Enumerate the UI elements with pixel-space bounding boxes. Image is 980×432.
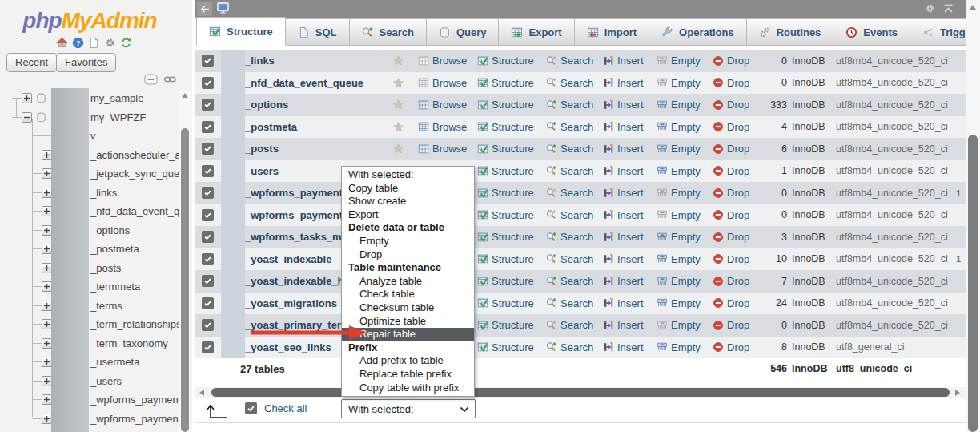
table-name-link[interactable]: _posts (245, 143, 279, 155)
table-name-link[interactable]: _yoast_primary_ter (245, 319, 341, 331)
table-name-link[interactable]: _yoast_seo_links (245, 341, 331, 353)
browse-action[interactable]: Browse (418, 94, 467, 116)
tree-item-v[interactable]: v (0, 127, 179, 146)
structure-action[interactable]: Structure (477, 337, 534, 359)
insert-action[interactable]: Insert (603, 337, 644, 359)
search-action[interactable]: Search (546, 94, 593, 116)
menu-item-export[interactable]: Export (342, 208, 474, 222)
menu-item-empty[interactable]: Empty (342, 235, 474, 248)
row-checkbox[interactable] (202, 165, 214, 177)
row-checkbox[interactable] (202, 275, 214, 287)
table-name-link[interactable]: _users (245, 165, 279, 177)
insert-action[interactable]: Insert (603, 226, 644, 248)
row-checkbox[interactable] (202, 121, 214, 133)
row-checkbox[interactable] (202, 209, 214, 221)
empty-action[interactable]: Empty (657, 182, 701, 204)
menu-item-replace-table-prefix[interactable]: Replace table prefix (342, 368, 474, 382)
empty-action[interactable]: Empty (657, 72, 701, 95)
drop-action[interactable]: Drop (713, 226, 749, 248)
structure-action[interactable]: Structure (477, 248, 534, 271)
scroll-up-arrow-icon[interactable] (970, 5, 976, 10)
favorite-star-icon[interactable] (392, 116, 404, 139)
search-action[interactable]: Search (546, 293, 593, 315)
browse-action[interactable]: Browse (418, 72, 467, 95)
tree-item-_wpforms_payment[interactable]: _wpforms_payment (0, 390, 179, 410)
tree-item-_nfd_data_event_qu[interactable]: _nfd_data_event_qu (0, 202, 179, 221)
search-action[interactable]: Search (546, 116, 593, 139)
back-button[interactable] (197, 2, 212, 16)
row-checkbox[interactable] (202, 55, 214, 67)
tree-item-_jetpack_sync_quer[interactable]: _jetpack_sync_quer (0, 164, 179, 184)
menu-item-copy-table[interactable]: Copy table (342, 182, 474, 196)
drop-action[interactable]: Drop (713, 337, 749, 359)
menu-item-repair-table[interactable]: Repair table (342, 328, 474, 341)
tree-item-_options[interactable]: _options (0, 221, 179, 240)
empty-action[interactable]: Empty (657, 337, 701, 359)
browse-action[interactable]: Browse (418, 50, 467, 72)
search-action[interactable]: Search (546, 248, 593, 271)
tree-item-_terms[interactable]: _terms (0, 297, 179, 316)
tree-item-my_sample[interactable]: my_sample (0, 89, 179, 108)
search-action[interactable]: Search (546, 138, 593, 160)
insert-action[interactable]: Insert (603, 50, 644, 72)
drop-action[interactable]: Drop (713, 248, 749, 271)
tree-item-_term_relationships[interactable]: _term_relationships (0, 315, 179, 334)
search-action[interactable]: Search (546, 226, 593, 248)
tree-item-_users[interactable]: _users (0, 372, 179, 391)
favorite-star-icon[interactable] (392, 50, 404, 72)
tab-events[interactable]: Events (833, 18, 910, 46)
tree-expander-plus-icon[interactable] (22, 93, 32, 103)
tree-item-_links[interactable]: _links (0, 184, 179, 203)
empty-action[interactable]: Empty (657, 314, 701, 337)
browse-action[interactable]: Browse (418, 138, 467, 160)
table-name-link[interactable]: _wpforms_payment (245, 187, 343, 199)
insert-action[interactable]: Insert (603, 72, 644, 95)
tree-item-_wpforms_tasks_m[interactable]: _wpforms_tasks_m (0, 428, 179, 432)
row-checkbox[interactable] (202, 77, 214, 89)
search-action[interactable]: Search (546, 270, 593, 293)
tab-query[interactable]: Query (426, 18, 500, 46)
menu-item-checksum-table[interactable]: Checksum table (342, 301, 474, 315)
server-icon[interactable] (216, 2, 231, 18)
menu-item-drop[interactable]: Drop (342, 248, 474, 262)
row-checkbox[interactable] (202, 187, 214, 199)
structure-action[interactable]: Structure (477, 182, 534, 204)
insert-action[interactable]: Insert (603, 204, 644, 227)
tab-search[interactable]: Search (349, 18, 427, 46)
favorite-star-icon[interactable] (392, 72, 404, 95)
tree-item-_termmeta[interactable]: _termmeta (0, 277, 179, 297)
drop-action[interactable]: Drop (713, 72, 749, 95)
collapse-console-icon[interactable] (942, 3, 954, 16)
insert-action[interactable]: Insert (603, 314, 644, 337)
table-name-link[interactable]: _postmeta (245, 121, 297, 133)
horizontal-scrollbar[interactable] (195, 387, 966, 398)
browse-action[interactable]: Browse (418, 116, 467, 139)
structure-action[interactable]: Structure (477, 314, 534, 337)
insert-action[interactable]: Insert (603, 248, 644, 271)
row-checkbox[interactable] (202, 341, 214, 353)
tree-item-_actionscheduler_a[interactable]: _actionscheduler_a (0, 146, 179, 165)
tab-export[interactable]: Export (498, 18, 574, 46)
with-selected-select[interactable]: With selected: (341, 399, 476, 418)
drop-action[interactable]: Drop (713, 160, 749, 183)
sidebar-scroll-thumb[interactable] (181, 128, 189, 432)
search-action[interactable]: Search (546, 50, 593, 72)
insert-action[interactable]: Insert (603, 160, 644, 183)
search-action[interactable]: Search (546, 314, 593, 337)
drop-action[interactable]: Drop (713, 116, 749, 139)
favorite-star-icon[interactable] (392, 94, 404, 116)
drop-action[interactable]: Drop (713, 138, 749, 160)
insert-action[interactable]: Insert (603, 270, 644, 293)
insert-action[interactable]: Insert (603, 94, 644, 116)
structure-action[interactable]: Structure (477, 160, 534, 183)
drop-action[interactable]: Drop (713, 293, 749, 315)
drop-action[interactable]: Drop (713, 204, 749, 227)
empty-action[interactable]: Empty (657, 293, 701, 315)
main-vertical-scrollbar[interactable] (966, 0, 980, 432)
structure-action[interactable]: Structure (477, 270, 534, 293)
tab-structure[interactable]: Structure (196, 17, 286, 46)
table-name-link[interactable]: _links (245, 55, 275, 67)
menu-item-analyze-table[interactable]: Analyze table (342, 275, 474, 289)
sidebar-scrollbar[interactable] (179, 90, 191, 432)
structure-action[interactable]: Structure (477, 72, 534, 95)
